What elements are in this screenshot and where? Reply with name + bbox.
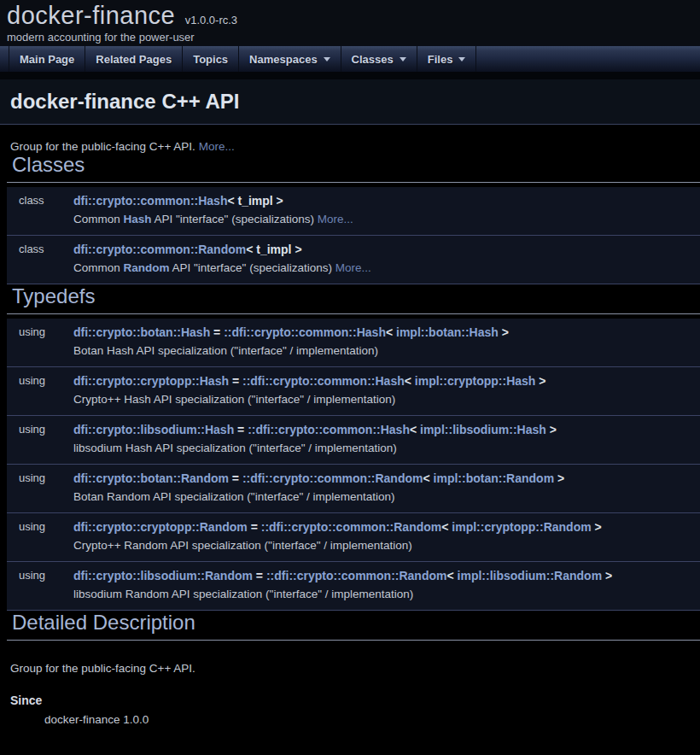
impl-type-link[interactable]: impl::libsodium::Random bbox=[458, 569, 603, 582]
typedef-link[interactable]: dfi::crypto::libsodium::Hash bbox=[73, 423, 234, 436]
base-type-link[interactable]: ::dfi::crypto::common::Hash bbox=[224, 325, 386, 339]
table-row: using dfi::crypto::libsodium::Random = :… bbox=[7, 561, 700, 610]
angle-open: < bbox=[405, 374, 415, 388]
typedefs-heading: Typedefs bbox=[7, 284, 700, 314]
member-cell: dfi::crypto::libsodium::Hash = ::dfi::cr… bbox=[73, 421, 700, 458]
classes-heading: Classes bbox=[7, 153, 700, 183]
member-cell: dfi::crypto::common::Random< t_impl > Co… bbox=[73, 241, 700, 278]
angle-close: > bbox=[554, 471, 564, 485]
member-title: dfi::crypto::libsodium::Hash = ::dfi::cr… bbox=[73, 421, 700, 439]
base-type-link[interactable]: ::dfi::crypto::common::Hash bbox=[248, 423, 410, 436]
class-link[interactable]: Random bbox=[124, 261, 170, 274]
base-type-link[interactable]: ::dfi::crypto::common::Random bbox=[242, 471, 423, 485]
table-row: class dfi::crypto::common::Hash< t_impl … bbox=[7, 187, 700, 235]
chevron-down-icon bbox=[458, 57, 465, 61]
member-description: Crypto++ Random API specialization ("int… bbox=[73, 536, 700, 555]
since-label: Since bbox=[10, 694, 700, 707]
member-kind: using bbox=[7, 324, 73, 360]
angle-open: < bbox=[423, 471, 433, 485]
chevron-down-icon bbox=[400, 57, 406, 61]
angle-open: < bbox=[410, 423, 420, 436]
since-section: Since docker-finance 1.0.0 bbox=[10, 694, 700, 726]
member-cell: dfi::crypto::cryptopp::Hash = ::dfi::cry… bbox=[73, 372, 700, 409]
member-description: libsodium Random API specialization ("in… bbox=[73, 585, 700, 604]
template-suffix: < t_impl > bbox=[227, 194, 283, 208]
typedef-link[interactable]: dfi::crypto::cryptopp::Hash bbox=[73, 374, 229, 388]
base-type-link[interactable]: ::dfi::crypto::common::Hash bbox=[242, 374, 405, 388]
member-title: dfi::crypto::botan::Random = ::dfi::cryp… bbox=[73, 470, 700, 488]
project-version: v1.0.0-rc.3 bbox=[185, 14, 237, 26]
member-title: dfi::crypto::botan::Hash = ::dfi::crypto… bbox=[73, 324, 700, 342]
nav-tab-classes[interactable]: Classes bbox=[341, 46, 417, 72]
nav-tab-label: Classes bbox=[352, 53, 394, 66]
desc-text: Common bbox=[73, 213, 124, 225]
more-link[interactable]: More... bbox=[335, 261, 371, 274]
member-description: libsodium Hash API specialization ("inte… bbox=[73, 439, 700, 458]
member-title: dfi::crypto::cryptopp::Hash = ::dfi::cry… bbox=[73, 372, 700, 390]
table-row: using dfi::crypto::botan::Hash = ::dfi::… bbox=[7, 319, 700, 366]
impl-type-link[interactable]: impl::botan::Random bbox=[434, 471, 555, 485]
base-type-link[interactable]: ::dfi::crypto::common::Random bbox=[261, 520, 442, 534]
member-kind: using bbox=[7, 470, 73, 506]
member-cell: dfi::crypto::common::Hash< t_impl > Comm… bbox=[73, 192, 700, 229]
nav-tab-namespaces[interactable]: Namespaces bbox=[239, 46, 341, 72]
member-description: Crypto++ Hash API specialization ("inter… bbox=[73, 390, 700, 409]
equals-sign: = bbox=[234, 423, 248, 436]
nav-divider bbox=[0, 72, 700, 79]
nav-tab-label: Namespaces bbox=[249, 53, 318, 66]
angle-open: < bbox=[446, 569, 457, 582]
table-row: class dfi::crypto::common::Random< t_imp… bbox=[7, 235, 700, 284]
detailed-description-heading: Detailed Description bbox=[7, 611, 700, 641]
typedef-link[interactable]: dfi::crypto::cryptopp::Random bbox=[73, 520, 248, 534]
typedef-link[interactable]: dfi::crypto::botan::Hash bbox=[73, 325, 210, 339]
desc-text: API "interface" (specializations) bbox=[152, 213, 318, 225]
typedef-link[interactable]: dfi::crypto::libsodium::Random bbox=[73, 569, 253, 582]
class-link[interactable]: dfi::crypto::common::Random bbox=[73, 243, 246, 256]
template-suffix: < t_impl > bbox=[246, 243, 301, 256]
equals-sign: = bbox=[253, 569, 266, 582]
angle-close: > bbox=[535, 374, 545, 388]
member-kind: using bbox=[7, 372, 73, 409]
project-title-row: docker-finance v1.0.0-rc.3 bbox=[7, 2, 700, 30]
project-brief: modern accounting for the power-user bbox=[7, 31, 700, 44]
typedef-link[interactable]: dfi::crypto::botan::Random bbox=[73, 471, 229, 485]
impl-type-link[interactable]: impl::botan::Hash bbox=[396, 325, 499, 339]
equals-sign: = bbox=[210, 325, 224, 339]
member-title: dfi::crypto::common::Hash< t_impl > bbox=[73, 192, 700, 210]
summary-more-link[interactable]: More... bbox=[199, 140, 235, 153]
page-title-band: docker-finance C++ API bbox=[0, 79, 700, 125]
impl-type-link[interactable]: impl::cryptopp::Random bbox=[452, 520, 591, 534]
base-type-link[interactable]: ::dfi::crypto::common::Random bbox=[266, 569, 447, 582]
impl-type-link[interactable]: impl::libsodium::Hash bbox=[420, 423, 546, 436]
nav-tab-related-pages[interactable]: Related Pages bbox=[85, 46, 183, 72]
nav-tab-main-page[interactable]: Main Page bbox=[9, 46, 85, 72]
table-row: using dfi::crypto::botan::Random = ::dfi… bbox=[7, 464, 700, 512]
group-summary: Group for the public-facing C++ API. Mor… bbox=[10, 140, 700, 153]
angle-close: > bbox=[592, 520, 602, 534]
nav-tab-label: Related Pages bbox=[96, 53, 172, 66]
equals-sign: = bbox=[248, 520, 261, 534]
desc-text: Common bbox=[73, 261, 124, 274]
member-kind: using bbox=[7, 421, 73, 458]
nav-tab-topics[interactable]: Topics bbox=[183, 46, 239, 72]
class-link[interactable]: Hash bbox=[124, 213, 152, 225]
class-link[interactable]: dfi::crypto::common::Hash bbox=[73, 194, 227, 208]
member-kind: class bbox=[7, 192, 73, 229]
nav-tab-files[interactable]: Files bbox=[417, 46, 477, 72]
member-kind: using bbox=[7, 567, 73, 604]
project-header: docker-finance v1.0.0-rc.3 modern accoun… bbox=[0, 0, 700, 45]
member-kind: using bbox=[7, 518, 73, 555]
member-kind: class bbox=[7, 241, 73, 278]
member-title: dfi::crypto::libsodium::Random = ::dfi::… bbox=[73, 567, 700, 585]
angle-open: < bbox=[441, 520, 452, 534]
angle-close: > bbox=[546, 423, 557, 436]
nav-tab-label: Main Page bbox=[20, 53, 74, 66]
table-row: using dfi::crypto::cryptopp::Hash = ::df… bbox=[7, 366, 700, 415]
impl-type-link[interactable]: impl::cryptopp::Hash bbox=[415, 374, 536, 388]
member-cell: dfi::crypto::cryptopp::Random = ::dfi::c… bbox=[73, 518, 700, 555]
equals-sign: = bbox=[229, 374, 242, 388]
detailed-description-text: Group for the public-facing C++ API. bbox=[10, 662, 700, 675]
contents: Group for the public-facing C++ API. Mor… bbox=[0, 125, 700, 726]
equals-sign: = bbox=[229, 471, 242, 485]
more-link[interactable]: More... bbox=[318, 213, 353, 225]
